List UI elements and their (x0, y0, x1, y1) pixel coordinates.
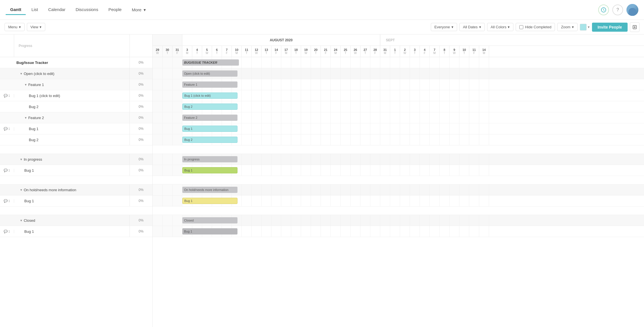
row-name-closed[interactable]: ▼ Closed (14, 215, 130, 226)
comment-bubble[interactable]: 💬1 (4, 127, 10, 131)
nav-list[interactable]: List (27, 5, 42, 15)
gantt-spacer-3 (153, 206, 644, 215)
day-cell-2s: 2W (400, 46, 410, 57)
nav-right: ? (598, 4, 638, 16)
bar-closed[interactable]: Closed (182, 217, 237, 223)
comment-count: 1 (8, 199, 10, 203)
gantt-row-tracker: BUG/ISSUE TRACKER (153, 57, 644, 68)
invite-people-button[interactable]: Invite People (592, 23, 628, 32)
comment-cell[interactable]: 💬1 (0, 127, 14, 131)
bar-bug1-ip[interactable]: Bug 1 (182, 167, 237, 173)
comment-icon: 💬 (4, 230, 8, 233)
row-progress-bug1-cl: 0% (130, 229, 152, 233)
row-progress-bug2-f1: 0% (130, 105, 152, 109)
row-name-bug1-oh[interactable]: Bug 1 (14, 195, 130, 206)
comment-bubble[interactable]: 💬1 (4, 230, 10, 233)
row-name-bug2-f2[interactable]: Bug 2 (14, 134, 130, 145)
comment-bubble[interactable]: 💬1 (4, 199, 10, 203)
comment-cell[interactable]: 💬1 (0, 94, 14, 98)
row-name-bug1-f1[interactable]: Bug 1 (click to edit) (14, 90, 130, 101)
row-name-inprogress[interactable]: ▼ In progress (14, 154, 130, 165)
row-name-bug2-f1[interactable]: Bug 2 (14, 101, 130, 112)
open-label: Open (click to edit) (24, 72, 54, 76)
bar-bug2-f2[interactable]: Bug 2 (182, 137, 237, 143)
hide-completed-toggle[interactable]: Hide Completed (516, 23, 555, 31)
bar-bug2-f2-label: Bug 2 (184, 138, 193, 141)
all-dates-filter[interactable]: All Dates ▾ (459, 23, 485, 31)
comment-count: 1 (8, 94, 10, 97)
day-cell-31b: 31M (380, 46, 390, 57)
table-row: Bug/Issue Tracker 0% (0, 57, 152, 68)
day-cell-25a: 25T (341, 46, 351, 57)
toolbar: Menu ▾ View ▾ Everyone ▾ All Dates ▾ All… (0, 20, 644, 35)
bar-feature1[interactable]: Feature 1 (182, 81, 237, 88)
right-panel: AUGUST 2020 SEPT 29W 30T 31F 3M 4T 5W 6T… (153, 35, 644, 327)
zoom-control[interactable]: Zoom ▾ (557, 23, 577, 31)
row-name-feature2[interactable]: ▼ Feature 2 (14, 112, 130, 123)
comment-bubble[interactable]: 💬1 (4, 94, 10, 98)
clock-button[interactable] (598, 5, 609, 15)
bar-tracker[interactable]: BUG/ISSUE TRACKER (182, 59, 239, 66)
collapse-arrow-icon[interactable]: ▼ (24, 83, 27, 86)
row-name-feature1[interactable]: ▼ Feature 1 (14, 79, 130, 90)
bar-inprogress[interactable]: In progress (182, 156, 237, 162)
collapse-arrow-icon[interactable]: ▼ (20, 158, 23, 161)
avatar[interactable] (626, 4, 638, 16)
comment-cell[interactable]: 💬1 (0, 230, 14, 233)
row-name-tracker[interactable]: Bug/Issue Tracker (14, 57, 130, 68)
row-name-bug1-ip[interactable]: Bug 1 (14, 165, 130, 176)
view-button[interactable]: View ▾ (27, 23, 46, 31)
day-cell-18a: 18T (291, 46, 301, 57)
bar-open-label: Open (click to edit) (184, 72, 210, 75)
row-name-bug1-cl[interactable]: Bug 1 (14, 226, 130, 237)
hide-completed-checkbox[interactable] (519, 25, 523, 29)
bar-bug1-cl[interactable]: Bug 1 (182, 228, 237, 235)
day-cell-24a: 24M (331, 46, 341, 57)
gantt-row-closed: Closed (153, 215, 644, 226)
bar-feature2[interactable]: Feature 2 (182, 115, 237, 121)
color-chevron-icon[interactable]: ▾ (588, 25, 590, 29)
nav-discussions[interactable]: Discussions (71, 5, 103, 15)
collapse-arrow-icon[interactable]: ▼ (20, 219, 23, 222)
top-nav: Gantt List Calendar Discussions People M… (0, 0, 644, 20)
bar-bug1-f2[interactable]: Bug 1 (182, 126, 237, 132)
color-swatch[interactable] (580, 24, 587, 31)
collapse-arrow-icon[interactable]: ▼ (24, 116, 27, 119)
day-cell-4s: 4F (420, 46, 430, 57)
bar-bug1-oh[interactable]: Bug 1 (182, 198, 237, 204)
row-name-onhold[interactable]: ▼ On hold/needs more information (14, 184, 130, 195)
bar-bug1-f1[interactable]: Bug 1 (click to edit) (182, 92, 237, 99)
day-cell-7a: 7F (222, 46, 232, 57)
row-progress-bug1-ip: 0% (130, 168, 152, 172)
export-button[interactable] (630, 22, 639, 32)
bar-bug2-f1[interactable]: Bug 2 (182, 104, 237, 110)
bar-feature2-label: Feature 2 (184, 116, 197, 119)
help-button[interactable]: ? (612, 5, 623, 15)
comment-cell[interactable]: 💬1 (0, 199, 14, 203)
day-cell-14s: 14M (479, 46, 489, 57)
chevron-down-icon: ▾ (144, 7, 146, 12)
row-name-open[interactable]: ▼ Open (click to edit) (14, 68, 130, 79)
day-cell-3a: 3M (182, 46, 192, 57)
day-cell-1s: 1T (390, 46, 400, 57)
everyone-filter[interactable]: Everyone ▾ (431, 23, 457, 31)
nav-calendar[interactable]: Calendar (44, 5, 70, 15)
nav-more[interactable]: More ▾ (127, 5, 150, 15)
comment-bubble[interactable]: 💬1 (4, 169, 10, 172)
day-cell-11a: 11T (242, 46, 252, 57)
table-row: 💬1 Bug 1 0% (0, 226, 152, 237)
collapse-arrow-icon[interactable]: ▼ (20, 188, 23, 192)
day-cell-13a: 13T (262, 46, 271, 57)
comment-cell[interactable]: 💬1 (0, 169, 14, 172)
nav-gantt[interactable]: Gantt (6, 5, 26, 15)
nav-items: Gantt List Calendar Discussions People M… (6, 5, 598, 15)
gantt-row-onhold: On hold/needs more information (153, 184, 644, 195)
collapse-arrow-icon[interactable]: ▼ (20, 72, 23, 75)
row-name-bug1-f2[interactable]: Bug 1 (14, 123, 130, 134)
nav-people[interactable]: People (104, 5, 126, 15)
bar-open[interactable]: Open (click to edit) (182, 70, 237, 77)
menu-button[interactable]: Menu ▾ (5, 23, 25, 31)
left-header: Progress (0, 35, 152, 57)
bar-onhold[interactable]: On hold/needs more information (182, 187, 237, 193)
all-colors-filter[interactable]: All Colors ▾ (487, 23, 514, 31)
